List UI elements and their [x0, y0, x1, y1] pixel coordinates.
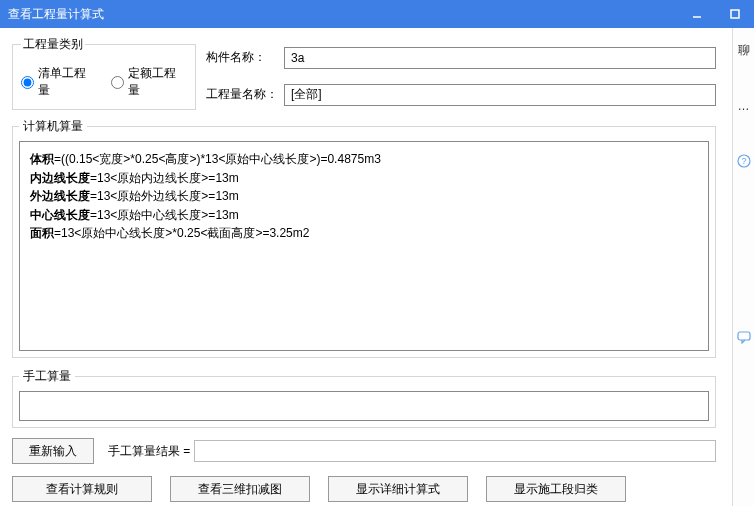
radio-quota-input[interactable] [111, 76, 124, 89]
manual-result-field [194, 440, 716, 462]
formula-line: 外边线长度=13<原始外边线长度>=13m [30, 187, 698, 206]
chat-icon[interactable] [736, 329, 752, 345]
formula-line: 内边线长度=13<原始内边线长度>=13m [30, 169, 698, 188]
window-title: 查看工程量计算式 [8, 6, 678, 23]
view-rules-button[interactable]: 查看计算规则 [12, 476, 152, 502]
quantity-type-legend: 工程量类别 [21, 36, 85, 53]
radio-list-input[interactable] [21, 76, 34, 89]
minimize-icon [691, 8, 703, 20]
quantity-name-label: 工程量名称： [206, 86, 284, 103]
side-label-2[interactable]: … [738, 99, 750, 113]
formula-line: 体积=((0.15<宽度>*0.25<高度>)*13<原始中心线长度>)=0.4… [30, 150, 698, 169]
help-icon[interactable]: ? [736, 153, 752, 169]
manual-calc-group: 手工算量 [12, 368, 716, 428]
component-name-field[interactable] [284, 47, 716, 69]
show-detail-button[interactable]: 显示详细计算式 [328, 476, 468, 502]
manual-calc-input[interactable] [19, 391, 709, 421]
view-deduction-button[interactable]: 查看三维扣减图 [170, 476, 310, 502]
manual-result-label: 手工算量结果 = [108, 443, 190, 460]
component-name-label: 构件名称： [206, 49, 284, 66]
quantity-type-group: 工程量类别 清单工程量 定额工程量 [12, 36, 196, 110]
computer-calc-group: 计算机算量 体积=((0.15<宽度>*0.25<高度>)*13<原始中心线长度… [12, 118, 716, 358]
reset-button[interactable]: 重新输入 [12, 438, 94, 464]
svg-text:?: ? [741, 156, 746, 166]
maximize-button[interactable] [716, 0, 754, 28]
formula-box[interactable]: 体积=((0.15<宽度>*0.25<高度>)*13<原始中心线长度>)=0.4… [19, 141, 709, 351]
computer-calc-legend: 计算机算量 [19, 118, 87, 135]
radio-quota-label: 定额工程量 [128, 65, 187, 99]
content-area: 工程量类别 清单工程量 定额工程量 构件名称： 工程量名称： 计算机算量 体积=… [0, 28, 728, 506]
radio-list-label: 清单工程量 [38, 65, 97, 99]
side-panel-sliver: 聊 … ? [732, 28, 754, 506]
formula-line: 中心线长度=13<原始中心线长度>=13m [30, 206, 698, 225]
manual-calc-legend: 手工算量 [19, 368, 75, 385]
svg-rect-1 [731, 10, 739, 18]
quantity-name-field[interactable] [284, 84, 716, 106]
svg-rect-4 [738, 332, 750, 340]
show-segment-button[interactable]: 显示施工段归类 [486, 476, 626, 502]
formula-line: 面积=13<原始中心线长度>*0.25<截面高度>=3.25m2 [30, 224, 698, 243]
minimize-button[interactable] [678, 0, 716, 28]
radio-list-quantity[interactable]: 清单工程量 [21, 65, 97, 99]
titlebar: 查看工程量计算式 [0, 0, 754, 28]
maximize-icon [729, 8, 741, 20]
radio-quota-quantity[interactable]: 定额工程量 [111, 65, 187, 99]
side-label-1[interactable]: 聊 [738, 42, 750, 59]
